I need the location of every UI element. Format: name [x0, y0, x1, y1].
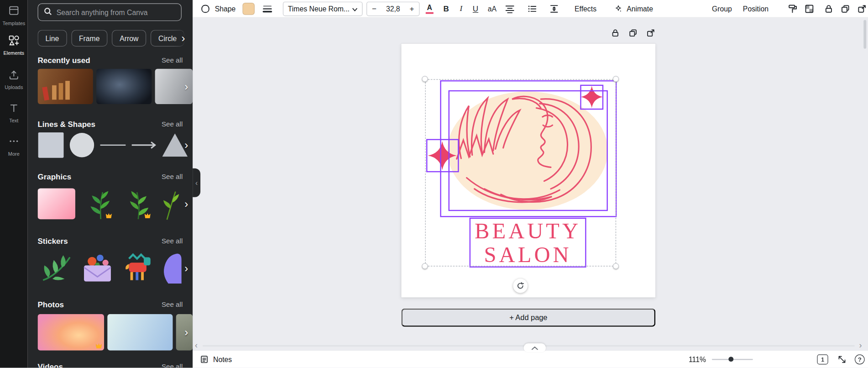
chevron-right-icon[interactable]: ›: [184, 263, 188, 273]
chip-frame[interactable]: Frame: [71, 30, 108, 47]
rotate-handle[interactable]: [513, 279, 528, 293]
chevron-right-icon[interactable]: ›: [184, 81, 188, 92]
rail-label: Elements: [4, 50, 25, 56]
shape-icon: [199, 3, 212, 15]
section-title: Recently used: [37, 56, 90, 65]
transparency-icon[interactable]: [803, 3, 816, 15]
fill-color-button[interactable]: [242, 0, 255, 18]
panel-collapse-button[interactable]: ‹: [193, 168, 200, 197]
bold-button[interactable]: B: [440, 3, 452, 15]
text-color-button[interactable]: A: [424, 3, 436, 15]
notes-button[interactable]: Notes: [199, 351, 232, 368]
chevron-right-icon[interactable]: ›: [184, 198, 188, 209]
fullscreen-icon[interactable]: [836, 353, 848, 366]
chip-arrow[interactable]: Arrow: [112, 30, 146, 47]
group-button[interactable]: Group: [712, 0, 732, 18]
resize-handle-bottom-left[interactable]: [422, 263, 428, 269]
expand-panel-button[interactable]: [524, 343, 546, 352]
text-case-button[interactable]: aA: [484, 3, 500, 15]
graphic-leaf-partial[interactable]: [157, 187, 181, 221]
copy-style-roller-icon[interactable]: [787, 3, 799, 15]
graphic-leaf-branch[interactable]: [80, 187, 114, 221]
shape-menu-button[interactable]: Shape: [199, 0, 236, 18]
sidebar-item-text[interactable]: Text: [0, 102, 28, 123]
sticker-envelope-flowers[interactable]: [78, 249, 116, 287]
zoom-slider-track[interactable]: [712, 359, 753, 360]
recent-image-wooden-blocks[interactable]: [37, 68, 93, 104]
design-canvas[interactable]: BEAUTY SALON + Add page ‹ ›: [193, 18, 868, 350]
lock-page-icon[interactable]: [610, 28, 620, 38]
see-all-link[interactable]: See all: [162, 237, 183, 245]
section-videos: Videos See all: [37, 362, 183, 368]
sidebar-item-elements[interactable]: Elements: [0, 34, 28, 56]
list-icon[interactable]: [526, 3, 538, 15]
effects-button[interactable]: Effects: [575, 0, 596, 18]
graphic-leaf-plant[interactable]: [119, 187, 153, 221]
font-size-value[interactable]: 32,8: [382, 5, 405, 13]
shape-line[interactable]: [99, 132, 126, 158]
photo-pink-orange-gradient[interactable]: [37, 314, 104, 351]
font-size-decrease-button[interactable]: −: [367, 5, 382, 13]
stickers-row: ›: [37, 249, 193, 287]
graphic-pink-gradient[interactable]: [37, 188, 75, 219]
font-size-increase-button[interactable]: +: [405, 5, 419, 13]
font-family-select[interactable]: Times Neue Rom...: [283, 2, 363, 16]
move-page-icon[interactable]: [645, 28, 655, 38]
shape-label: Shape: [215, 5, 236, 13]
search-bar[interactable]: [37, 3, 181, 21]
text-align-icon[interactable]: [504, 3, 516, 15]
zoom-percent[interactable]: 111%: [689, 351, 706, 368]
chevron-right-icon[interactable]: ›: [184, 140, 188, 151]
resize-handle-bottom-right[interactable]: [613, 263, 619, 269]
section-title: Stickers: [37, 237, 68, 245]
add-page-button[interactable]: + Add page: [401, 309, 655, 327]
chevron-right-icon[interactable]: ›: [184, 327, 188, 338]
rotate-icon: [517, 282, 524, 289]
sticker-purple-partial[interactable]: [161, 249, 182, 287]
sticker-pinata[interactable]: [120, 249, 157, 287]
templates-icon: [8, 5, 20, 19]
section-graphics: Graphics See all: [37, 172, 183, 182]
shape-square[interactable]: [37, 132, 64, 158]
group-selection-box[interactable]: [425, 79, 616, 266]
elements-panel: Line Frame Arrow Circle Square › Recentl…: [28, 0, 193, 368]
page-indicator[interactable]: 1: [817, 354, 828, 364]
scroll-left-icon[interactable]: ‹: [195, 340, 198, 350]
sidebar-item-uploads[interactable]: Uploads: [0, 68, 28, 90]
sticker-leaf-branch[interactable]: [37, 249, 75, 287]
chips-scroll-right[interactable]: ›: [174, 30, 193, 47]
vertical-scrollbar[interactable]: [863, 20, 866, 49]
help-button[interactable]: ?: [855, 354, 865, 364]
chip-line[interactable]: Line: [37, 30, 67, 47]
see-all-link[interactable]: See all: [162, 301, 183, 309]
scroll-right-icon[interactable]: ›: [859, 340, 862, 350]
border-style-icon[interactable]: [261, 3, 274, 15]
duplicate-icon[interactable]: [839, 3, 852, 15]
animate-button[interactable]: Animate: [613, 0, 653, 18]
italic-button[interactable]: I: [455, 3, 467, 15]
recent-image-hands[interactable]: [96, 68, 152, 104]
position-button[interactable]: Position: [743, 0, 769, 18]
see-all-link[interactable]: See all: [162, 57, 183, 64]
spacing-icon[interactable]: [548, 3, 560, 15]
lock-icon[interactable]: [823, 3, 835, 15]
resize-handle-top-right[interactable]: [613, 76, 619, 82]
zoom-slider-thumb[interactable]: [728, 357, 733, 362]
photo-teal-gradient[interactable]: [107, 314, 173, 351]
zoom-slider[interactable]: [712, 351, 753, 368]
see-all-link[interactable]: See all: [162, 363, 183, 368]
see-all-link[interactable]: See all: [162, 173, 183, 180]
design-page[interactable]: BEAUTY SALON: [401, 44, 655, 298]
sidebar-item-more[interactable]: More: [0, 135, 28, 157]
underline-button[interactable]: U: [470, 3, 482, 15]
chevron-up-icon: [531, 346, 538, 350]
font-size-control: − 32,8 +: [366, 2, 419, 16]
shape-arrow[interactable]: [131, 132, 157, 158]
resize-handle-top-left[interactable]: [422, 76, 428, 82]
shape-circle[interactable]: [68, 132, 95, 158]
duplicate-page-icon[interactable]: [628, 28, 638, 38]
export-icon[interactable]: [856, 3, 868, 15]
sidebar-item-templates[interactable]: Templates: [0, 5, 28, 26]
search-input[interactable]: [57, 8, 176, 16]
see-all-link[interactable]: See all: [162, 120, 183, 128]
